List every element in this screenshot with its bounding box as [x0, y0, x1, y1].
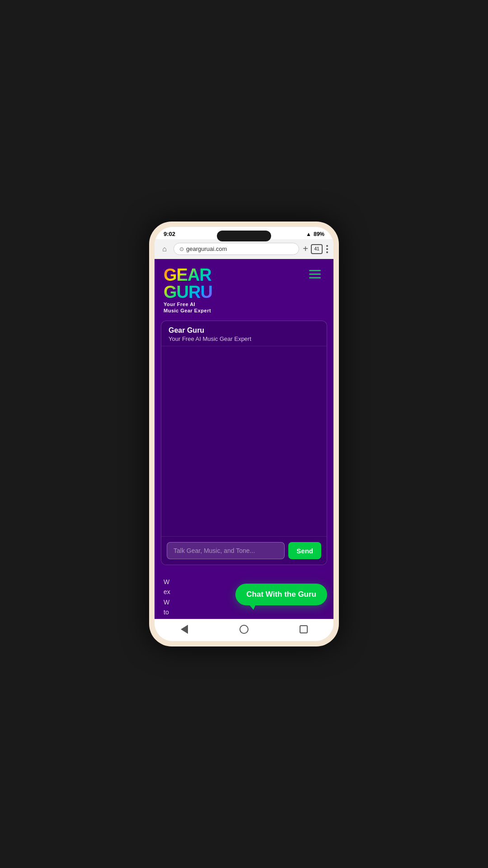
chat-messages-area — [161, 346, 327, 536]
nav-back-button[interactable] — [175, 623, 193, 636]
hamburger-line-2 — [309, 274, 321, 275]
url-text: gearguruai.com — [186, 245, 227, 252]
floating-cta-button[interactable]: Chat With the Guru — [235, 584, 327, 605]
logo-area: GEARGURU Your Free AI Music Gear Expert — [164, 266, 212, 313]
browser-url-bar[interactable]: ⊙ gearguruai.com — [174, 243, 299, 255]
chat-widget-subtitle: Your Free AI Music Gear Expert — [169, 335, 319, 342]
site-header: GEARGURU Your Free AI Music Gear Expert — [155, 259, 333, 321]
phone-notch — [217, 231, 271, 241]
logo-subtitle-line2: Music Gear Expert — [164, 308, 212, 313]
chat-input[interactable] — [167, 542, 285, 559]
browser-bar: ⌂ ⊙ gearguruai.com + 41 — [155, 239, 333, 259]
hamburger-line-1 — [309, 270, 321, 271]
logo-text: GEARGURU — [164, 266, 212, 301]
phone-bottom-bar — [155, 619, 333, 641]
content-area: GEARGURU Your Free AI Music Gear Expert … — [155, 259, 333, 619]
menu-dot-1 — [326, 245, 328, 247]
battery-icon: 89% — [314, 231, 324, 237]
phone-screen: 9:02 ▲ 89% ⌂ ⊙ gearguruai.com + 41 — [155, 227, 333, 641]
add-tab-icon[interactable]: + — [303, 244, 308, 254]
back-icon — [181, 625, 188, 634]
hamburger-menu-button[interactable] — [305, 266, 324, 282]
chat-input-area: Send — [161, 536, 327, 565]
chat-widget-header: Gear Guru Your Free AI Music Gear Expert — [161, 321, 327, 346]
status-icons: ▲ 89% — [306, 231, 324, 237]
home-circle-icon — [239, 625, 249, 634]
nav-home-button[interactable] — [235, 623, 253, 636]
tabs-count-button[interactable]: 41 — [311, 244, 323, 254]
browser-home-button[interactable]: ⌂ — [159, 244, 170, 255]
nav-recent-button[interactable] — [295, 623, 313, 636]
home-icon: ⌂ — [162, 245, 167, 253]
logo-subtitle-line1: Your Free AI — [164, 302, 212, 307]
browser-actions: + 41 — [303, 244, 329, 254]
recent-square-icon — [300, 625, 308, 633]
url-security-icon: ⊙ — [179, 246, 184, 252]
signal-icon: ▲ — [306, 231, 311, 237]
chat-widget-title: Gear Guru — [169, 326, 319, 335]
menu-dot-3 — [326, 251, 328, 253]
hamburger-line-3 — [309, 277, 321, 278]
chat-widget: Gear Guru Your Free AI Music Gear Expert… — [161, 321, 327, 565]
browser-menu-button[interactable] — [325, 244, 329, 254]
send-button[interactable]: Send — [288, 542, 321, 559]
phone-frame: 9:02 ▲ 89% ⌂ ⊙ gearguruai.com + 41 — [149, 222, 339, 646]
status-time: 9:02 — [164, 231, 175, 237]
menu-dot-2 — [326, 248, 328, 250]
